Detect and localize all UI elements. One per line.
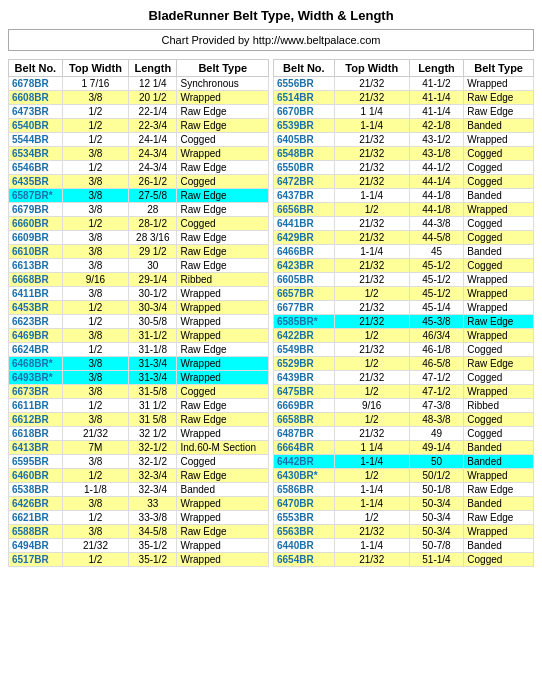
type-cell: Banded — [177, 483, 269, 497]
length-cell: 46/3/4 — [409, 329, 464, 343]
table-row: 5544BR1/224-1/4Cogged — [9, 133, 269, 147]
type-cell: Cogged — [464, 413, 534, 427]
belt-no-cell: 6529BR — [274, 357, 335, 371]
length-cell: 31-3/4 — [129, 371, 177, 385]
width-cell: 1/2 — [62, 217, 128, 231]
length-cell: 49 — [409, 427, 464, 441]
table-row: 6621BR1/233-3/8Wrapped — [9, 511, 269, 525]
table-row: 6679BR3/828Raw Edge — [9, 203, 269, 217]
width-cell: 1/2 — [334, 357, 409, 371]
length-cell: 32 1/2 — [129, 427, 177, 441]
width-cell: 1-1/4 — [334, 497, 409, 511]
belt-no-cell: 6413BR — [9, 441, 63, 455]
table-row: 6563BR21/3250-3/4Wrapped — [274, 525, 534, 539]
length-cell: 47-3/8 — [409, 399, 464, 413]
length-cell: 31-5/8 — [129, 385, 177, 399]
width-cell: 1/2 — [62, 161, 128, 175]
belt-no-cell: 6677BR — [274, 301, 335, 315]
belt-no-cell: 6538BR — [9, 483, 63, 497]
belt-no-cell: 6470BR — [274, 497, 335, 511]
length-cell: 33 — [129, 497, 177, 511]
width-cell: 21/32 — [334, 371, 409, 385]
table-row: 6405BR21/3243-1/2Wrapped — [274, 133, 534, 147]
type-cell: Raw Edge — [177, 469, 269, 483]
type-cell: Wrapped — [177, 315, 269, 329]
width-cell: 21/32 — [334, 161, 409, 175]
type-cell: Wrapped — [464, 469, 534, 483]
type-cell: Cogged — [464, 259, 534, 273]
belt-no-cell: 6430BR* — [274, 469, 335, 483]
table-row: 6470BR1-1/450-3/4Banded — [274, 497, 534, 511]
table-row: 6546BR1/224-3/4Raw Edge — [9, 161, 269, 175]
length-cell: 24-3/4 — [129, 161, 177, 175]
width-cell: 21/32 — [334, 77, 409, 91]
table-row: 6610BR3/829 1/2Raw Edge — [9, 245, 269, 259]
belt-no-cell: 6660BR — [9, 217, 63, 231]
chart-source: Chart Provided by http://www.beltpalace.… — [8, 29, 534, 51]
table-row: 6437BR1-1/444-1/8Banded — [274, 189, 534, 203]
table-row: 6517BR1/235-1/2Wrapped — [9, 553, 269, 567]
width-cell: 3/8 — [62, 91, 128, 105]
type-cell: Wrapped — [464, 329, 534, 343]
width-cell: 1 7/16 — [62, 77, 128, 91]
length-cell: 31 1/2 — [129, 399, 177, 413]
width-cell: 3/8 — [62, 525, 128, 539]
type-cell: Wrapped — [177, 287, 269, 301]
table-row: 6538BR1-1/832-3/4Banded — [9, 483, 269, 497]
width-cell: 21/32 — [334, 427, 409, 441]
type-cell: Raw Edge — [177, 119, 269, 133]
table-row: 6657BR1/245-1/2Wrapped — [274, 287, 534, 301]
table-row: 6472BR21/3244-1/4Cogged — [274, 175, 534, 189]
table-row: 6550BR21/3244-1/2Cogged — [274, 161, 534, 175]
width-cell: 21/32 — [334, 91, 409, 105]
length-cell: 44-5/8 — [409, 231, 464, 245]
length-cell: 29 1/2 — [129, 245, 177, 259]
right-header-belt-no: Belt No. — [274, 60, 335, 77]
table-row: 6460BR1/232-3/4Raw Edge — [9, 469, 269, 483]
belt-no-cell: 6473BR — [9, 105, 63, 119]
width-cell: 21/32 — [334, 217, 409, 231]
table-row: 6487BR21/3249Cogged — [274, 427, 534, 441]
belt-no-cell: 6493BR* — [9, 371, 63, 385]
length-cell: 12 1/4 — [129, 77, 177, 91]
table-row: 6654BR21/3251-1/4Cogged — [274, 553, 534, 567]
length-cell: 48-3/8 — [409, 413, 464, 427]
left-header-top-width: Top Width — [62, 60, 128, 77]
right-header-length: Length — [409, 60, 464, 77]
belt-no-cell: 6494BR — [9, 539, 63, 553]
length-cell: 27-5/8 — [129, 189, 177, 203]
type-cell: Wrapped — [464, 77, 534, 91]
table-row: 6411BR3/830-1/2Wrapped — [9, 287, 269, 301]
belt-no-cell: 6517BR — [9, 553, 63, 567]
width-cell: 1-1/4 — [334, 189, 409, 203]
width-cell: 1/2 — [62, 469, 128, 483]
width-cell: 1/2 — [62, 315, 128, 329]
width-cell: 1/2 — [62, 133, 128, 147]
type-cell: Wrapped — [464, 525, 534, 539]
table-row: 6466BR1-1/445Banded — [274, 245, 534, 259]
belt-no-cell: 6423BR — [274, 259, 335, 273]
length-cell: 44-1/8 — [409, 203, 464, 217]
type-cell: Cogged — [464, 553, 534, 567]
width-cell: 3/8 — [62, 147, 128, 161]
width-cell: 1/2 — [62, 343, 128, 357]
length-cell: 32-1/2 — [129, 455, 177, 469]
width-cell: 3/8 — [62, 413, 128, 427]
length-cell: 45-1/2 — [409, 273, 464, 287]
belt-no-cell: 6437BR — [274, 189, 335, 203]
table-row: 6587BR*3/827-5/8Raw Edge — [9, 189, 269, 203]
belt-no-cell: 6546BR — [9, 161, 63, 175]
table-row: 6439BR21/3247-1/2Cogged — [274, 371, 534, 385]
belt-no-cell: 6549BR — [274, 343, 335, 357]
belt-no-cell: 6605BR — [274, 273, 335, 287]
table-row: 6613BR3/830Raw Edge — [9, 259, 269, 273]
width-cell: 21/32 — [334, 315, 409, 329]
width-cell: 21/32 — [334, 525, 409, 539]
width-cell: 21/32 — [334, 175, 409, 189]
type-cell: Wrapped — [464, 385, 534, 399]
type-cell: Banded — [464, 497, 534, 511]
belt-no-cell: 6664BR — [274, 441, 335, 455]
belt-no-cell: 6608BR — [9, 91, 63, 105]
belt-no-cell: 6656BR — [274, 203, 335, 217]
belt-no-cell: 6624BR — [9, 343, 63, 357]
